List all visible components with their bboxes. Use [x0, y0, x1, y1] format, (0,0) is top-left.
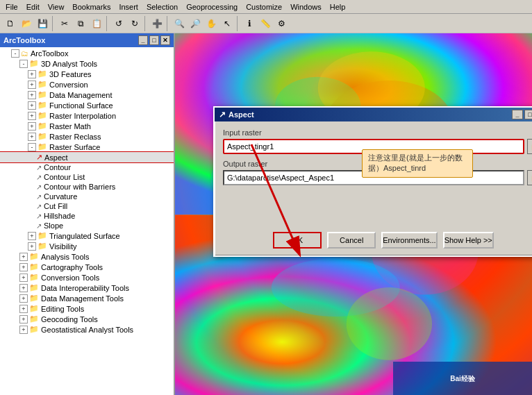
- zoom-out-btn[interactable]: 🔎: [188, 16, 203, 31]
- tree-item-hillshade[interactable]: ↗ Hillshade: [0, 211, 174, 221]
- toolbox-minimize-btn[interactable]: _: [138, 35, 148, 45]
- tree-item-data-mgmt-tools[interactable]: + 📁 Data Management Tools: [0, 293, 174, 303]
- geocoding-icon: 📁: [29, 314, 39, 323]
- menu-bookmarks[interactable]: Bookmarks: [68, 1, 115, 12]
- main-area: ArcToolbox _ □ ✕ - 🗂 ArcToolbox - 📁 3D A…: [0, 33, 532, 395]
- expand-cartography[interactable]: +: [19, 263, 28, 271]
- cancel-button[interactable]: Cancel: [327, 232, 376, 249]
- output-raster-browse-btn[interactable]: 📂: [527, 170, 532, 185]
- tree-item-raster-interpolation[interactable]: + 📁 Raster Interpolation: [0, 110, 174, 121]
- tree-item-cut-fill[interactable]: ↗ Cut Fill: [0, 201, 174, 211]
- show-help-button[interactable]: Show Help >>: [443, 232, 494, 249]
- data-interop-label: Data Interoperability Tools: [41, 284, 129, 292]
- expand-analysis[interactable]: +: [19, 253, 28, 261]
- dialog-restore-btn[interactable]: □: [524, 110, 532, 119]
- tree-item-data-interop[interactable]: + 📁 Data Interoperability Tools: [0, 283, 174, 293]
- new-btn[interactable]: 🗋: [3, 16, 18, 31]
- expand-raster-reclass[interactable]: +: [28, 133, 36, 141]
- toolbox-close-btn[interactable]: ✕: [160, 35, 170, 45]
- environments-button[interactable]: Environments...: [381, 232, 437, 249]
- tree-item-contour-list[interactable]: ↗ Contour List: [0, 172, 174, 182]
- menu-file[interactable]: File: [1, 1, 22, 12]
- input-raster-browse-btn[interactable]: 📂: [527, 139, 532, 154]
- select-btn[interactable]: ↖: [219, 16, 235, 31]
- slope-label: Slope: [44, 221, 63, 230]
- raster-surface-icon: 📁: [38, 142, 47, 151]
- tree-item-raster-surface[interactable]: - 📁 Raster Surface: [0, 142, 174, 152]
- expand-3d-analyst[interactable]: -: [19, 60, 28, 68]
- tree-item-3d-analyst[interactable]: - 📁 3D Analyst Tools: [0, 58, 174, 69]
- open-btn[interactable]: 📂: [19, 16, 34, 31]
- zoom-in-btn[interactable]: 🔍: [172, 16, 187, 31]
- tree-item-arctoolbox[interactable]: - 🗂 ArcToolbox: [0, 49, 174, 58]
- expand-3d-features[interactable]: +: [28, 70, 36, 78]
- copy-btn[interactable]: ⧉: [73, 16, 88, 31]
- ok-button[interactable]: OK: [273, 232, 322, 249]
- expand-geostat[interactable]: +: [19, 326, 28, 334]
- tree-item-data-mgmt[interactable]: + 📁 Data Management: [0, 90, 174, 100]
- expand-visibility[interactable]: +: [28, 242, 36, 251]
- tree-item-3d-features[interactable]: + 📁 3D Features: [0, 69, 174, 79]
- menu-insert[interactable]: Insert: [115, 1, 142, 12]
- dialog-minimize-btn[interactable]: _: [512, 110, 523, 119]
- pan-btn[interactable]: ✋: [203, 16, 219, 31]
- tree-item-contour[interactable]: ↗ Contour: [0, 162, 174, 172]
- expand-data-mgmt[interactable]: +: [28, 91, 36, 99]
- expand-editing[interactable]: +: [19, 305, 28, 313]
- watermark-area: Bai经验: [393, 362, 532, 395]
- expand-arctoolbox[interactable]: -: [11, 49, 19, 58]
- tree-item-contour-barriers[interactable]: ↗ Contour with Barriers: [0, 182, 174, 192]
- tree-item-visibility[interactable]: + 📁 Visibility: [0, 241, 174, 251]
- menu-edit[interactable]: Edit: [22, 1, 44, 12]
- expand-geocoding[interactable]: +: [19, 315, 28, 323]
- aspect-label: Aspect: [44, 153, 68, 162]
- expand-data-mgmt-tools[interactable]: +: [19, 294, 28, 303]
- toolbox-restore-btn[interactable]: □: [149, 35, 159, 45]
- menu-view[interactable]: View: [44, 1, 69, 12]
- measure-btn[interactable]: 📏: [258, 16, 273, 31]
- expand-data-interop[interactable]: +: [19, 284, 28, 292]
- tree-item-editing-tools[interactable]: + 📁 Editing Tools: [0, 303, 174, 314]
- tree-item-analysis-tools[interactable]: + 📁 Analysis Tools: [0, 251, 174, 262]
- paste-btn[interactable]: 📋: [89, 16, 104, 31]
- dialog-title-content: ↗ Aspect: [219, 110, 254, 119]
- tree-item-cartography-tools[interactable]: + 📁 Cartography Tools: [0, 262, 174, 272]
- tree-item-slope[interactable]: ↗ Slope: [0, 221, 174, 230]
- add-data-btn[interactable]: ➕: [149, 16, 165, 31]
- expand-raster-surface[interactable]: -: [28, 143, 36, 151]
- geoprocessing-btn[interactable]: ⚙: [274, 16, 289, 31]
- tree-item-conversion[interactable]: + 📁 Conversion: [0, 79, 174, 90]
- analysis-icon: 📁: [29, 252, 39, 261]
- expand-raster-math[interactable]: +: [28, 122, 36, 131]
- expand-tri-surface[interactable]: +: [28, 232, 36, 240]
- tri-surface-icon: 📁: [38, 231, 47, 240]
- menu-help[interactable]: Help: [326, 1, 350, 12]
- tree-item-geocoding-tools[interactable]: + 📁 Geocoding Tools: [0, 314, 174, 324]
- toolbox-panel: ArcToolbox _ □ ✕ - 🗂 ArcToolbox - 📁 3D A…: [0, 33, 175, 395]
- save-btn[interactable]: 💾: [35, 16, 50, 31]
- cut-btn[interactable]: ✂: [57, 16, 72, 31]
- tree-item-curvature[interactable]: ↗ Curvature: [0, 192, 174, 201]
- menu-customize[interactable]: Customize: [242, 1, 286, 12]
- tree-item-raster-math[interactable]: + 📁 Raster Math: [0, 121, 174, 131]
- tree-item-functional-surface[interactable]: + 📁 Functional Surface: [0, 100, 174, 110]
- undo-btn[interactable]: ↺: [111, 16, 126, 31]
- redo-btn[interactable]: ↻: [127, 16, 142, 31]
- expand-conversion[interactable]: +: [28, 81, 36, 89]
- menu-geoprocessing[interactable]: Geoprocessing: [182, 1, 242, 12]
- tree-item-aspect[interactable]: ↗ Aspect: [0, 152, 174, 162]
- tree-item-geostat-tools[interactable]: + 📁 Geostatistical Analyst Tools: [0, 324, 174, 335]
- menu-windows[interactable]: Windows: [286, 1, 326, 12]
- 3d-features-icon: 📁: [38, 69, 47, 78]
- conversion-icon: 📁: [38, 80, 47, 89]
- menu-selection[interactable]: Selection: [142, 1, 182, 12]
- tree-item-conversion-tools[interactable]: + 📁 Conversion Tools: [0, 272, 174, 283]
- expand-functional-surface[interactable]: +: [28, 101, 36, 110]
- raster-math-label: Raster Math: [49, 122, 91, 131]
- tree-item-raster-reclass[interactable]: + 📁 Raster Reclass: [0, 131, 174, 142]
- 3d-features-label: 3D Features: [49, 70, 92, 78]
- tree-item-triangulated-surface[interactable]: + 📁 Triangulated Surface: [0, 230, 174, 241]
- identify-btn[interactable]: ℹ: [242, 16, 257, 31]
- expand-raster-interp[interactable]: +: [28, 112, 36, 120]
- expand-conversion-tools[interactable]: +: [19, 274, 28, 282]
